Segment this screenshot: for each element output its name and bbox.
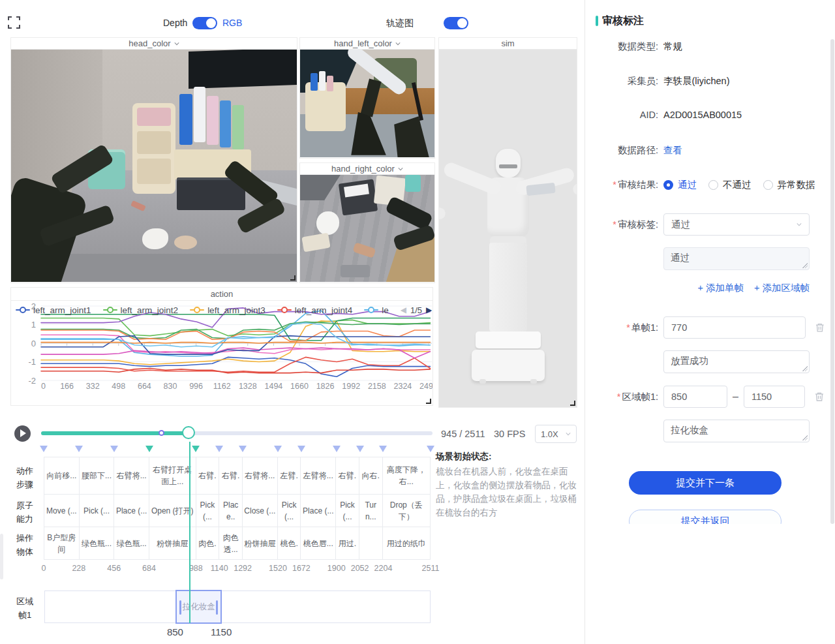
step-marker-icon[interactable] <box>75 446 83 452</box>
speed-select[interactable]: 1.0X <box>535 425 577 443</box>
svg-text:2158: 2158 <box>368 382 386 391</box>
svg-text:332: 332 <box>86 382 100 391</box>
step-column[interactable]: 左臂将...Place (...桃色唇... <box>301 457 336 559</box>
step-marker-icon[interactable] <box>297 446 305 452</box>
panel-scrollbar[interactable] <box>830 39 834 524</box>
result-radio-option[interactable]: 异常数据 <box>763 179 815 191</box>
step-marker-icon[interactable] <box>274 446 282 452</box>
action-chart-title: action <box>211 289 234 299</box>
timeline-slider[interactable] <box>41 431 433 435</box>
camera-image-sim <box>439 50 577 407</box>
field-single-frame: *单帧1: 770 <box>585 316 825 339</box>
step-column[interactable]: 右臂.Pick (...用过. <box>336 457 359 559</box>
resize-grip-icon[interactable] <box>802 263 808 268</box>
delete-region-frame-icon[interactable] <box>814 391 825 402</box>
add-single-frame-button[interactable]: + 添加单帧 <box>698 282 744 294</box>
legend-label: left_arm_joint1 <box>33 305 91 315</box>
step-column[interactable]: 右臂.Pick (...肉色. <box>196 457 220 559</box>
panel-resize-handle[interactable] <box>290 275 296 281</box>
legend-item[interactable]: le <box>364 305 389 315</box>
single-frame-input[interactable]: 770 <box>663 316 806 339</box>
legend-prev-icon[interactable]: ◀ <box>401 306 406 314</box>
step-marker-icon[interactable] <box>427 446 434 452</box>
step-column[interactable]: 左臂.Pick (...桃色. <box>278 457 301 559</box>
region-frame-block[interactable]: 拉化妆盒 <box>175 590 222 624</box>
field-aid: AID: A2D0015AB00015 <box>585 110 825 120</box>
region-frame-track[interactable]: 拉化妆盒 <box>44 590 431 623</box>
slider-handle[interactable] <box>182 426 195 439</box>
camera-header-sim: sim <box>439 38 577 50</box>
legend-item[interactable]: left_arm_joint1 <box>16 305 91 315</box>
legend-item[interactable]: left_arm_joint2 <box>103 305 179 315</box>
step-column[interactable]: 右臂将...Place (...绿色瓶... <box>114 457 149 559</box>
field-label: 采集员: <box>585 75 658 87</box>
resize-grip-icon[interactable] <box>802 435 808 440</box>
single-frame-note-textarea[interactable]: 放置成功 <box>663 350 810 373</box>
step-cell: Move (... <box>44 495 79 527</box>
step-marker-icon[interactable] <box>333 446 341 452</box>
play-button[interactable] <box>14 425 31 442</box>
legend-next-icon[interactable]: ▶ <box>426 306 432 314</box>
step-column[interactable]: 向前移...Move (...B户型房间 <box>44 457 80 559</box>
legend-label: left_arm_joint4 <box>295 305 353 315</box>
step-cell: 向前移... <box>44 457 79 495</box>
series-marker-icon <box>103 307 117 313</box>
step-marker-icon[interactable] <box>215 446 223 452</box>
step-cell: 粉饼抽屉 <box>243 527 277 559</box>
delete-single-frame-icon[interactable] <box>815 322 825 333</box>
region-end-input[interactable]: 1150 <box>744 386 805 408</box>
result-radio-group: 通过 不通过 异常数据 <box>663 179 815 191</box>
svg-text:1660: 1660 <box>290 382 309 391</box>
region-start-input[interactable]: 850 <box>663 386 727 408</box>
step-cell: 粉饼抽屉 <box>149 527 196 559</box>
camera-header-head[interactable]: head_color <box>11 38 297 50</box>
result-radio-option[interactable]: 通过 <box>663 179 697 191</box>
step-marker-icon[interactable] <box>379 446 387 452</box>
tag-comment-textarea[interactable]: 通过 <box>663 247 810 270</box>
step-column[interactable]: 高度下降，右...Drop（丢下）用过的纸巾 <box>383 457 430 559</box>
step-marker-icon[interactable] <box>145 446 153 452</box>
step-column[interactable]: 右臂.Plac e..肉色透... <box>219 457 243 559</box>
required-asterisk: * <box>613 179 616 190</box>
result-radio-option[interactable]: 不通过 <box>708 179 752 191</box>
step-marker-icon[interactable] <box>40 446 48 452</box>
submit-next-button[interactable]: 提交并下一条 <box>629 471 782 495</box>
row-header-atomic-ability: 原子能力 <box>14 499 35 527</box>
depth-rgb-toggle[interactable] <box>192 17 217 29</box>
legend-item[interactable]: left_arm_joint3 <box>190 305 266 315</box>
add-region-frame-button[interactable]: + 添加区域帧 <box>754 282 810 294</box>
fullscreen-icon[interactable] <box>8 16 20 29</box>
resize-grip-icon[interactable] <box>802 366 808 371</box>
step-cell: 高度下降，右... <box>383 457 430 495</box>
frame-axis-label: 1140 <box>211 564 228 573</box>
camera-header-hand-right[interactable]: hand_right_color <box>300 163 434 175</box>
single-frame-marker-dot[interactable] <box>159 430 164 436</box>
legend-item[interactable]: left_arm_joint4 <box>277 305 353 315</box>
left-pane-scrollbar[interactable] <box>0 534 3 579</box>
step-marker-icon[interactable] <box>239 446 247 452</box>
review-tag-select[interactable]: 通过 <box>663 213 810 236</box>
step-marker-icon[interactable] <box>356 446 364 452</box>
step-column[interactable]: 右臂将...Close (...粉饼抽屉 <box>243 457 278 559</box>
svg-text:1: 1 <box>31 320 36 330</box>
panel-resize-handle[interactable] <box>426 399 431 404</box>
svg-text:-1: -1 <box>28 357 36 367</box>
view-link[interactable]: 查看 <box>663 144 682 157</box>
panel-resize-handle[interactable] <box>570 401 575 406</box>
step-column[interactable]: 腰部下...Pick (...绿色瓶... <box>80 457 115 559</box>
region-handle-left[interactable] <box>179 600 181 615</box>
region-handle-right[interactable] <box>216 600 218 615</box>
step-column[interactable]: 向右.Tur n... <box>359 457 383 559</box>
step-marker-icon[interactable] <box>192 446 200 452</box>
camera-header-hand-left[interactable]: hand_left_color <box>300 38 434 50</box>
required-asterisk: * <box>626 322 630 333</box>
trajectory-toggle[interactable] <box>444 17 468 29</box>
step-marker-icon[interactable] <box>110 446 118 452</box>
review-panel: 审核标注 数据类型: 常规 采集员: 李轶晨(liyichen) AID: A2… <box>584 0 835 644</box>
camera-image-hand-right <box>300 175 434 282</box>
region-note-textarea[interactable]: 拉化妆盒 <box>663 420 810 442</box>
field-label: AID: <box>585 110 658 120</box>
chevron-down-icon <box>174 41 179 46</box>
submit-return-button[interactable]: 提交并返回 <box>629 510 782 524</box>
step-cell: Open (打开) <box>149 495 196 527</box>
